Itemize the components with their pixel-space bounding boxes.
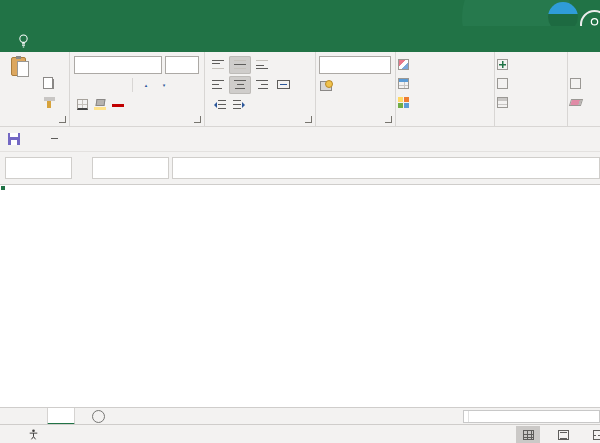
insert-cells-icon (497, 59, 508, 70)
normal-view-icon (523, 430, 534, 440)
percent-style-button[interactable] (336, 76, 354, 94)
copy-button[interactable] (43, 76, 56, 91)
borders-button[interactable] (74, 96, 92, 114)
align-right-button[interactable] (251, 76, 273, 94)
ribbon-group-cells (495, 52, 568, 126)
spreadsheet-grid[interactable] (0, 185, 600, 407)
align-middle-icon (234, 60, 246, 69)
formula-input[interactable] (172, 157, 600, 179)
delete-cells-icon (497, 78, 508, 89)
decrease-font-button[interactable]: ▾ (155, 76, 173, 94)
arrow-left-icon (211, 102, 217, 108)
status-bar (0, 424, 600, 443)
underline-button[interactable] (110, 76, 128, 94)
sheet-tab-sheet1[interactable] (47, 408, 75, 425)
page-layout-view-button[interactable] (551, 426, 575, 443)
clear-button[interactable] (570, 93, 600, 112)
orientation-button[interactable] (251, 96, 273, 114)
dialog-launcher-icon[interactable] (194, 116, 201, 123)
decrease-indent-button[interactable] (207, 96, 229, 114)
phonetic-guide-button[interactable] (128, 96, 146, 114)
increase-indent-button[interactable] (229, 96, 251, 114)
align-top-button[interactable] (207, 56, 229, 74)
fill-color-indicator (94, 107, 106, 110)
font-size-combo[interactable] (165, 56, 199, 74)
increase-decimal-button[interactable] (318, 96, 336, 114)
increase-font-button[interactable]: ▴ (137, 76, 155, 94)
divider (132, 78, 133, 92)
comma-style-button[interactable] (354, 76, 372, 94)
format-painter-button[interactable] (44, 95, 55, 110)
fill-down-icon (570, 78, 581, 89)
name-box[interactable] (5, 157, 72, 179)
wrap-text-button[interactable] (273, 56, 295, 74)
italic-button[interactable] (92, 76, 110, 94)
font-color-button[interactable] (110, 96, 128, 114)
ribbon: ▴ ▾ (0, 52, 600, 127)
borders-icon (77, 99, 88, 110)
cell-styles-icon (398, 97, 409, 108)
format-as-table-button[interactable] (398, 74, 492, 93)
format-painter-icon (44, 97, 55, 108)
selected-cell[interactable] (0, 185, 4, 189)
save-button[interactable] (8, 133, 20, 145)
font-color-indicator (112, 104, 124, 107)
scrollbar-thumb[interactable] (468, 411, 598, 422)
sheet-tab-bar (0, 407, 600, 424)
decrease-decimal-button[interactable] (336, 96, 354, 114)
customize-qat-button[interactable] (51, 138, 58, 140)
normal-view-button[interactable] (516, 426, 540, 443)
accessibility-icon (28, 429, 39, 440)
dialog-launcher-icon[interactable] (305, 116, 312, 123)
insert-cells-button[interactable] (497, 55, 565, 74)
formula-buttons (92, 157, 169, 179)
align-left-button[interactable] (207, 76, 229, 94)
paste-clipboard-icon (11, 57, 26, 76)
title-bar (0, 0, 600, 26)
conditional-formatting-button[interactable] (398, 55, 492, 74)
align-center-button[interactable] (229, 76, 251, 94)
dialog-launcher-icon[interactable] (59, 116, 66, 123)
delete-cells-button[interactable] (497, 74, 565, 93)
format-cells-button[interactable] (497, 93, 565, 112)
conditional-formatting-icon (398, 59, 409, 70)
lightbulb-icon (18, 34, 29, 48)
dialog-launcher-icon[interactable] (385, 116, 392, 123)
number-format-combo[interactable] (319, 56, 391, 74)
add-sheet-button[interactable] (92, 410, 105, 423)
format-cells-icon (497, 97, 508, 108)
ribbon-group-editing (568, 52, 600, 126)
align-bottom-icon (256, 60, 268, 69)
merge-center-icon (277, 80, 290, 89)
fill-color-button[interactable] (92, 96, 110, 114)
cell-styles-button[interactable] (398, 93, 492, 112)
bold-button[interactable] (74, 76, 92, 94)
align-right-icon (256, 80, 268, 89)
accounting-format-button[interactable] (318, 76, 336, 94)
accounting-icon (320, 80, 333, 90)
tell-me-search[interactable] (18, 29, 34, 52)
align-middle-button[interactable] (229, 56, 251, 74)
page-break-view-button[interactable] (586, 426, 600, 443)
fill-button[interactable] (570, 74, 600, 93)
arrow-right-icon (242, 102, 248, 108)
ribbon-group-font: ▴ ▾ (70, 52, 205, 126)
caret-up-icon: ▴ (145, 82, 148, 88)
font-name-combo[interactable] (74, 56, 162, 74)
paste-button[interactable] (2, 55, 34, 112)
accessibility-status[interactable] (28, 429, 43, 440)
ribbon-group-alignment (205, 52, 316, 126)
ribbon-group-clipboard (0, 52, 70, 126)
merge-center-button[interactable] (273, 76, 295, 94)
autosum-button[interactable] (570, 55, 600, 74)
ribbon-group-number (316, 52, 396, 126)
indent-lines-icon (218, 100, 226, 109)
horizontal-scrollbar[interactable] (463, 410, 600, 423)
fill-handle[interactable] (0, 185, 6, 191)
customize-qat-icon (51, 138, 58, 140)
indent-lines-icon (233, 100, 241, 109)
ribbon-tab-bar (0, 26, 600, 52)
align-bottom-button[interactable] (251, 56, 273, 74)
eraser-icon (569, 99, 583, 106)
quick-access-toolbar (0, 127, 600, 152)
